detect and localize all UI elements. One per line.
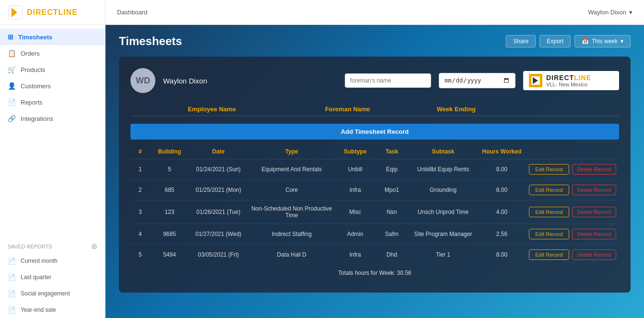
sidebar-item-label: Products [21, 66, 45, 73]
sidebar-item-integrations[interactable]: 🔗 Integrations [0, 110, 105, 127]
page-title: Timesheets [119, 35, 182, 48]
customers-icon: 👤 [8, 82, 16, 90]
edit-record-button[interactable]: Edit Record [529, 207, 569, 217]
topbar-user[interactable]: Waylon Dixon ▾ [588, 9, 632, 16]
delete-record-button[interactable]: Delete Record [572, 249, 616, 260]
sidebar-item-orders[interactable]: 📋 Orders [0, 45, 105, 61]
cell-type: Non-Scheduled Non Productive Time [248, 200, 336, 224]
cell-hours: 4.00 [477, 200, 526, 224]
cell-hours: 8.00 [477, 159, 526, 180]
company-d-logo [529, 74, 542, 87]
cell-hours: 8.00 [477, 180, 526, 200]
delete-record-button[interactable]: Delete Record [572, 164, 616, 175]
col-header-hours: Hours Worked [477, 144, 526, 159]
main-area: Dashboard Waylon Dixon ▾ Timesheets Shar… [105, 0, 644, 318]
table-row: 5 5494 03/05/2021 (Fri) Data Hall D Infr… [130, 245, 619, 265]
saved-report-label: Social engagement [21, 290, 70, 297]
table-row: 1 5 01/24/2021 (Sun) Equipment And Renta… [130, 159, 619, 180]
cell-type: Core [248, 180, 336, 200]
col-header-num: # [130, 144, 150, 159]
delete-record-button[interactable]: Delete Record [572, 185, 616, 195]
header-actions: Share Export 📅 This week ▾ [506, 35, 631, 47]
company-logo-box: DIRECTLINE VLL- New Mexico [523, 71, 619, 90]
share-button[interactable]: Share [506, 35, 536, 47]
cell-subtask: Unbillbl Equip Rents [409, 159, 478, 180]
edit-record-button[interactable]: Edit Record [529, 229, 569, 239]
company-logo-text: DIRECTLINE [546, 74, 591, 82]
delete-record-button[interactable]: Delete Record [572, 229, 616, 239]
sidebar-item-products[interactable]: 🛒 Products [0, 61, 105, 78]
sidebar-item-label: Orders [21, 50, 40, 57]
sidebar-logo: DIRECTLINE [0, 0, 105, 25]
saved-reports-title: SAVED REPORTS [8, 244, 52, 249]
cell-building: 5 [150, 159, 189, 180]
topbar: Dashboard Waylon Dixon ▾ [105, 0, 644, 25]
table-row: 4 9685 01/27/2021 (Wed) Indirect Staffin… [130, 224, 619, 245]
saved-report-year-end-sale[interactable]: 📄 Year-end sale [0, 302, 105, 318]
edit-record-button[interactable]: Edit Record [529, 164, 569, 175]
table-row: 3 123 01/26/2021 (Tue) Non-Scheduled Non… [130, 200, 619, 224]
col-header-building: Building [150, 144, 189, 159]
cell-subtype: Unbill [336, 159, 375, 180]
cell-num: 1 [130, 159, 150, 180]
this-week-button[interactable]: 📅 This week ▾ [574, 35, 631, 47]
cell-actions: Edit Record Delete Record [526, 200, 619, 224]
cell-type: Data Hall D [248, 245, 336, 265]
directline-logo-icon [8, 5, 23, 20]
orders-icon: 📋 [8, 49, 16, 57]
saved-reports-list: 📄 Current month 📄 Last quarter 📄 Social … [0, 253, 105, 318]
add-saved-report-icon[interactable]: ⊕ [91, 242, 97, 251]
cell-type: Indirect Staffing [248, 224, 336, 245]
sidebar-item-timesheets[interactable]: ⊞ Timesheets [0, 29, 105, 45]
col-header-type: Type [248, 144, 336, 159]
cell-date: 01/24/2021 (Sun) [189, 159, 247, 180]
sidebar-item-customers[interactable]: 👤 Customers [0, 78, 105, 94]
week-ending-date-input[interactable] [439, 73, 515, 88]
sidebar-item-label: Integrations [21, 115, 53, 122]
edit-record-button[interactable]: Edit Record [529, 249, 569, 260]
topbar-nav: Dashboard [117, 9, 148, 16]
export-button[interactable]: Export [539, 35, 571, 47]
timesheet-card: WD Waylon Dixon DIRECTLINE [119, 57, 631, 293]
reports-icon: 📄 [8, 98, 16, 106]
cell-subtask: Tier 1 [409, 245, 478, 265]
cell-date: 01/25/2021 (Mon) [189, 180, 247, 200]
delete-record-button[interactable]: Delete Record [572, 207, 616, 217]
add-timesheet-button[interactable]: Add Timesheet Record [130, 124, 619, 140]
user-name: Waylon Dixon [588, 9, 626, 16]
cell-date: 01/26/2021 (Tue) [189, 200, 247, 224]
saved-report-last-quarter[interactable]: 📄 Last quarter [0, 269, 105, 285]
cell-subtype: Infra [336, 180, 375, 200]
cell-date: 01/27/2021 (Wed) [189, 224, 247, 245]
sidebar: DIRECTLINE ⊞ Timesheets 📋 Orders 🛒 Produ… [0, 0, 105, 318]
saved-report-current-month[interactable]: 📄 Current month [0, 253, 105, 269]
edit-record-button[interactable]: Edit Record [529, 185, 569, 195]
cell-building: 5494 [150, 245, 189, 265]
saved-report-social-engagement[interactable]: 📄 Social engagement [0, 285, 105, 302]
report-icon: 📄 [8, 257, 16, 265]
cell-num: 4 [130, 224, 150, 245]
foreman-name-input[interactable] [345, 73, 431, 88]
sidebar-item-reports[interactable]: 📄 Reports [0, 94, 105, 110]
cell-building: 123 [150, 200, 189, 224]
dropdown-icon: ▾ [621, 38, 623, 45]
cell-num: 5 [130, 245, 150, 265]
cell-task: Dhd [375, 245, 409, 265]
section-headers-row: Employee Name Foreman Name Week Ending [130, 103, 619, 116]
saved-report-label: Year-end sale [21, 306, 56, 313]
col-header-task: Task [375, 144, 409, 159]
dashboard-link[interactable]: Dashboard [117, 9, 148, 16]
sidebar-item-label: Reports [21, 99, 43, 106]
cell-actions: Edit Record Delete Record [526, 224, 619, 245]
col-header-subtask: Subtask [409, 144, 478, 159]
sidebar-item-label: Timesheets [18, 34, 52, 41]
avatar: WD [130, 68, 155, 93]
employee-name-header: Employee Name [130, 106, 293, 113]
cell-task: Nsn [375, 200, 409, 224]
employee-name: Waylon Dixon [163, 77, 337, 85]
cell-subtask: Site Program Manager [409, 224, 478, 245]
cell-hours: 2.56 [477, 224, 526, 245]
company-location: VLL- New Mexico [546, 82, 591, 87]
calendar-icon: 📅 [582, 38, 589, 45]
cell-subtask: Unsch Unprod Time [409, 200, 478, 224]
